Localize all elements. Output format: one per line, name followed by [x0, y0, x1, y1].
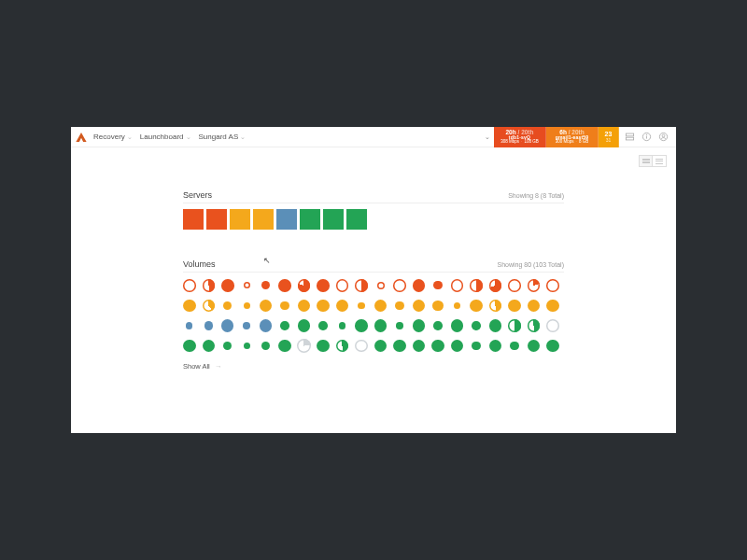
volume-dot[interactable]: [318, 321, 327, 329]
volume-dot[interactable]: [433, 281, 442, 289]
volume-dot[interactable]: [339, 322, 345, 329]
volume-dot[interactable]: [244, 282, 250, 288]
volume-dot[interactable]: [413, 279, 426, 292]
breadcrumb-sungard[interactable]: Sungard AS ⌄: [199, 133, 247, 141]
volume-dot[interactable]: [470, 300, 483, 313]
volume-dot[interactable]: [393, 279, 406, 292]
volume-dot[interactable]: [297, 339, 312, 354]
volume-dot[interactable]: [431, 340, 444, 353]
volume-dot[interactable]: [413, 340, 426, 353]
volume-dot[interactable]: [489, 319, 502, 332]
volume-dot[interactable]: [317, 340, 330, 353]
volume-dot[interactable]: [261, 281, 270, 289]
volume-dot[interactable]: [395, 301, 403, 310]
context-dropdown[interactable]: ⌄: [481, 127, 494, 147]
volume-dot[interactable]: [396, 322, 402, 329]
volume-dot[interactable]: [298, 319, 311, 332]
volume-dot[interactable]: [280, 301, 289, 310]
volume-dot[interactable]: [377, 282, 385, 289]
volume-dot[interactable]: [298, 279, 311, 292]
volume-dot[interactable]: [393, 340, 406, 353]
volume-dot[interactable]: [244, 302, 250, 309]
volume-dot[interactable]: [204, 321, 213, 329]
volume-dot[interactable]: [472, 342, 480, 350]
volume-dot[interactable]: [528, 340, 541, 353]
volume-dot[interactable]: [508, 279, 521, 292]
volume-dot[interactable]: [413, 300, 426, 313]
volume-dot[interactable]: [451, 340, 464, 353]
volume-dot[interactable]: [451, 319, 464, 332]
volume-dot[interactable]: [317, 279, 330, 292]
breadcrumb-launchboard[interactable]: Launchboard ⌄: [140, 133, 191, 141]
volume-dot[interactable]: [260, 300, 273, 313]
volume-dot[interactable]: [546, 340, 559, 353]
server-tile[interactable]: [183, 209, 204, 230]
volume-dot[interactable]: [528, 300, 541, 313]
metric-card-2[interactable]: 6h / 20th gmail1-east59 300 Mbps · 8 GB: [546, 127, 599, 147]
volume-dot[interactable]: [203, 279, 216, 292]
volume-dot[interactable]: [244, 343, 250, 349]
server-tile[interactable]: [276, 209, 297, 230]
view-toggle-list[interactable]: [653, 155, 667, 167]
breadcrumb-recovery[interactable]: Recovery ⌄: [93, 133, 133, 141]
volume-dot[interactable]: [355, 340, 368, 353]
volume-dot[interactable]: [489, 340, 502, 353]
volume-dot[interactable]: [278, 340, 291, 353]
volume-dot[interactable]: [489, 279, 502, 292]
volume-dot[interactable]: [317, 300, 330, 313]
volume-dot[interactable]: [528, 319, 541, 332]
volume-dot[interactable]: [278, 279, 291, 292]
volume-dot[interactable]: [280, 321, 289, 329]
volume-dot[interactable]: [510, 342, 518, 350]
volume-dot[interactable]: [223, 342, 232, 350]
volume-dot[interactable]: [336, 279, 349, 292]
server-tile[interactable]: [323, 209, 344, 230]
volume-dot[interactable]: [432, 301, 443, 311]
volume-dot[interactable]: [355, 279, 368, 292]
volume-dot[interactable]: [261, 342, 270, 350]
user-icon[interactable]: [658, 132, 669, 142]
volume-dot[interactable]: [546, 300, 559, 313]
volume-dot[interactable]: [374, 319, 388, 332]
volume-dot[interactable]: [433, 321, 442, 329]
servers-icon[interactable]: [625, 132, 635, 142]
volume-dot[interactable]: [203, 340, 216, 353]
info-icon[interactable]: [641, 132, 652, 142]
volume-dot[interactable]: [186, 322, 192, 329]
metric-counter[interactable]: 23 31: [599, 127, 619, 147]
volume-dot[interactable]: [413, 319, 426, 332]
volume-dot[interactable]: [243, 322, 249, 329]
volume-dot[interactable]: [470, 279, 483, 292]
metric-card-1[interactable]: 20h / 20th tdb1-svQ 308 Mbps · 108 GB: [494, 127, 546, 147]
server-tile[interactable]: [346, 209, 367, 230]
server-tile[interactable]: [206, 209, 227, 230]
volume-dot[interactable]: [336, 340, 349, 353]
volume-dot[interactable]: [454, 302, 460, 309]
volume-dot[interactable]: [203, 300, 216, 313]
volume-dot[interactable]: [358, 302, 364, 309]
server-tile[interactable]: [300, 209, 320, 230]
volume-dot[interactable]: [451, 279, 464, 292]
volume-dot[interactable]: [508, 319, 521, 332]
volume-dot[interactable]: [355, 319, 368, 332]
volume-dot[interactable]: [374, 340, 388, 353]
volume-dot[interactable]: [508, 300, 521, 313]
volume-dot[interactable]: [546, 319, 559, 332]
view-toggle-card[interactable]: [639, 155, 653, 167]
server-tile[interactable]: [230, 209, 250, 230]
volume-dot[interactable]: [489, 300, 502, 313]
volume-dot[interactable]: [336, 300, 349, 313]
volume-dot[interactable]: [374, 300, 388, 313]
show-all-button[interactable]: Show All →: [183, 362, 564, 371]
volume-dot[interactable]: [298, 300, 311, 313]
volume-dot[interactable]: [472, 321, 480, 329]
volume-dot[interactable]: [528, 279, 541, 292]
volume-dot[interactable]: [223, 301, 232, 310]
volume-dot[interactable]: [183, 279, 196, 292]
volume-dot[interactable]: [221, 319, 234, 332]
volume-dot[interactable]: [221, 279, 234, 292]
volume-dot[interactable]: [183, 340, 196, 353]
volume-dot[interactable]: [183, 300, 196, 313]
volume-dot[interactable]: [546, 279, 559, 292]
server-tile[interactable]: [253, 209, 274, 230]
